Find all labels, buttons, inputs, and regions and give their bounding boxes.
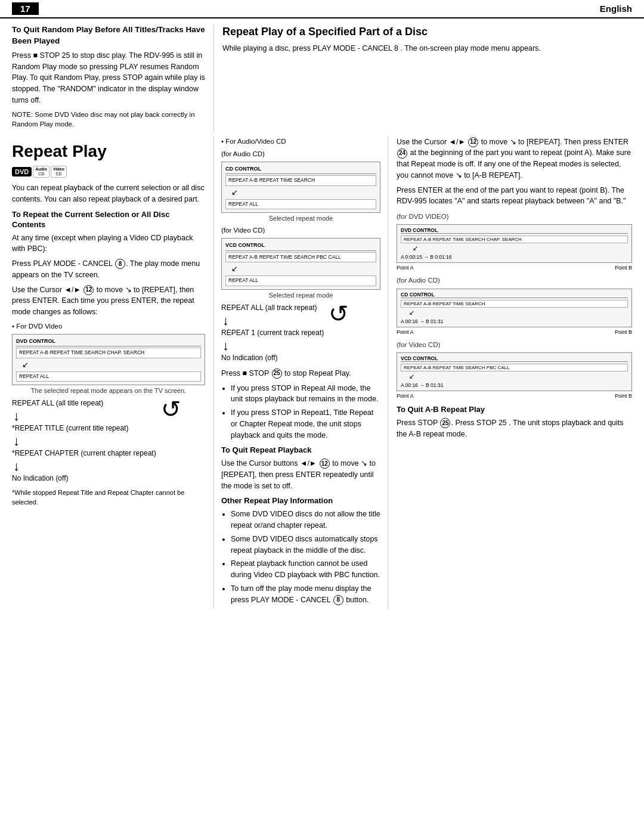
audio-cd-menu-title: CD CONTROL (225, 165, 376, 174)
other-title: Other Repeat Play Information (221, 496, 380, 506)
video-ab-cursor: ↙ (409, 373, 628, 380)
quit-repeat-title: To Quit Repeat Playback (221, 445, 380, 456)
dvd-ab-points: A 0:00:15 → B 0:01:16 (401, 254, 628, 260)
audio-cd-menu-row1: REPEAT A-B REPEAT TIME SEARCH (225, 175, 376, 186)
audio-ab-points: A 00:16 → B 01:31 (401, 318, 628, 324)
acd-flow-text-1: REPEAT ALL (all track repeat) (221, 304, 317, 312)
acd-flow-item-3: No Indication (off) (221, 354, 324, 362)
circle-8-other: 8 (333, 595, 343, 605)
dvd-flow-container: REPEAT ALL (all title repeat) ↓ *REPEAT … (12, 399, 205, 484)
flow-item-4: No Indication (off) (12, 474, 156, 482)
video-point-b: Point B (615, 393, 632, 399)
top-right-section: Repeat Play of a Specified Part of a Dis… (213, 24, 632, 132)
flow-arrow-2: ↓ (13, 433, 156, 449)
for-dvd-video-label: • For DVD Video (12, 321, 205, 331)
flow-item-3: *REPEAT CHAPTER (current chapter repeat) (12, 449, 156, 457)
for-audio-video-cd: • For Audio/Video CD (221, 137, 380, 146)
audio-point-b: Point B (615, 329, 632, 335)
acd-flow-item-2: REPEAT 1 (current track repeat) (221, 329, 324, 337)
other-bullets-list: Some DVD VIDEO discs do not allow the ti… (231, 509, 380, 605)
repeat-play-intro: You can repeat playback of the current s… (12, 182, 205, 205)
circle-8: 8 (115, 259, 125, 269)
flow-text-3: *REPEAT CHAPTER (current chapter repeat) (12, 449, 156, 457)
quit-ab-body: Press STOP 25. Press STOP 25 . The unit … (397, 417, 632, 440)
right-column: Use the Cursor ◄/► 12 to move ↘ to [REPE… (388, 137, 632, 609)
dvd-menu-title: DVD CONTROL (16, 337, 201, 346)
audio-cd-menu-row2: REPEAT ALL (225, 199, 376, 210)
page-number: 17 (12, 2, 39, 15)
specified-body2: Press ENTER at the end of the part you w… (397, 185, 632, 208)
video-ab-row1: REPEAT A-B REPEAT TIME SEARCH PBC CALL (401, 364, 628, 371)
dvd-ab-diagram: DVD CONTROL REPEAT A-B REPEAT TIME SEARC… (397, 224, 632, 263)
disc-badges: DVD Audio CD Video CD (12, 166, 205, 178)
video-cd-menu-title: VCD CONTROL (225, 241, 376, 250)
video-cd-menu-row2: REPEAT ALL (225, 275, 376, 286)
dvd-caption: The selected repeat mode appears on the … (12, 387, 205, 394)
dvd-menu-row1: REPEAT A-B REPEAT TIME SEARCH CHAP. SEAR… (16, 348, 201, 358)
video-cd-menu-row1: REPEAT A-B REPEAT TIME SEARCH PBC CALL (225, 252, 376, 263)
dvd-flow-items: REPEAT ALL (all title repeat) ↓ *REPEAT … (12, 399, 156, 484)
flow-text-1: REPEAT ALL (all title repeat) (12, 399, 103, 407)
dvd-ab-labels: Point A Point B (397, 265, 632, 271)
big-loop-arrow-acd: ↺ (329, 300, 349, 327)
video-cd-menu-diagram: VCD CONTROL REPEAT A-B REPEAT TIME SEARC… (221, 238, 380, 289)
quit-random-body: Press ■ STOP 25 to stop disc play. The R… (12, 50, 205, 106)
video-ab-display: A 00:16 → B 01:31 (401, 382, 443, 388)
middle-column: • For Audio/Video CD (for Audio CD) CD C… (213, 137, 388, 609)
dvd-ab-title: DVD CONTROL (401, 227, 628, 234)
specified-part-intro: While playing a disc, press PLAY MODE - … (222, 43, 632, 54)
dvd-ab-display: A 0:00:15 → B 0:01:16 (401, 254, 452, 260)
for-audio-cd-sub: (for Audio CD) (221, 149, 380, 159)
audio-ab-display: A 00:16 → B 01:31 (401, 318, 443, 324)
quit-random-note: NOTE: Some DVD Video disc may not play b… (12, 110, 205, 129)
audio-ab-row1: REPEAT A-B REPEAT TIME SEARCH (401, 300, 628, 308)
left-column: Repeat Play DVD Audio CD Video CD You ca… (12, 137, 213, 609)
asterisk-note: *While stopped Repeat Title and Repeat C… (12, 488, 205, 507)
video-ab-title: VCD CONTROL (401, 355, 628, 362)
page: 17 English To Quit Random Play Before Al… (0, 0, 644, 833)
repeat-play-title: Repeat Play (12, 143, 205, 161)
dvd-point-b: Point B (615, 265, 632, 271)
for-video-cd-sub: (for Video CD) (221, 225, 380, 235)
flow-arrow-3: ↓ (13, 459, 156, 474)
audio-caption: Selected repeat mode (221, 215, 380, 222)
circle-12-quit: 12 (320, 459, 330, 469)
stop-instruction: Press ■ STOP 25 to stop Repeat Play. (221, 368, 380, 379)
quit-ab-title: To Quit A-B Repeat Play (397, 405, 632, 415)
specified-part-title: Repeat Play of a Specified Part of a Dis… (222, 24, 632, 39)
stop-bullets-list: If you press STOP in Repeat All mode, th… (231, 383, 380, 441)
page-header: 17 English (0, 0, 644, 18)
dvd-ab-row1: REPEAT A-B REPEAT TIME SEARCH CHAP. SEAR… (401, 236, 628, 243)
other-bullet-2: Some DVD VIDEO discs automatically stops… (231, 534, 380, 556)
flow-text-4: No Indication (off) (12, 474, 69, 482)
subsection-body1: At any time (except when playing a Video… (12, 233, 205, 255)
acd-flow-container: REPEAT ALL (all track repeat) ↓ REPEAT 1… (221, 304, 380, 363)
flow-item-2: *REPEAT TITLE (current title repeat) (12, 424, 156, 432)
dvd-menu-cursor: ↙ (22, 359, 201, 371)
dvd-badge: DVD (12, 167, 32, 176)
for-video-cd-ab-label: (for Video CD) (397, 340, 632, 350)
video-badge: Video CD (51, 166, 67, 178)
audio-cd-menu-diagram: CD CONTROL REPEAT A-B REPEAT TIME SEARCH… (221, 162, 380, 213)
flow-arrow-1: ↓ (13, 408, 156, 424)
dvd-ab-cursor: ↙ (413, 244, 628, 252)
video-ab-diagram: VCD CONTROL REPEAT A-B REPEAT TIME SEARC… (397, 352, 632, 391)
circle-25-stop: 25 (272, 368, 282, 379)
subsection-repeat-title: To Repeat the Current Selection or All D… (12, 210, 205, 230)
audio-point-a: Point A (397, 329, 414, 335)
video-caption: Selected repeat mode (221, 292, 380, 299)
acd-flow-text-3: No Indication (off) (221, 354, 278, 362)
stop-bullet-2: If you press STOP in Repeat1, Title Repe… (231, 407, 380, 441)
audio-ab-title: CD CONTROL (401, 292, 628, 298)
video-ab-labels: Point A Point B (397, 393, 632, 399)
circle-12-left: 12 (83, 285, 94, 295)
acd-flow-arrow-2: ↓ (222, 338, 324, 354)
acd-flow-arrow-1: ↓ (222, 313, 324, 329)
acd-flow-text-2: REPEAT 1 (current track repeat) (221, 329, 324, 337)
dvd-point-a: Point A (397, 265, 414, 271)
for-audio-cd-ab-label: (for Audio CD) (397, 275, 632, 286)
quit-repeat-body: Use the Cursor buttons ◄/► 12 to move ↘ … (221, 458, 380, 491)
flow-text-2: *REPEAT TITLE (current title repeat) (12, 424, 128, 432)
video-point-a: Point A (397, 393, 414, 399)
specified-body1: Use the Cursor ◄/► 12 to move ↘ to [REPE… (397, 137, 632, 181)
